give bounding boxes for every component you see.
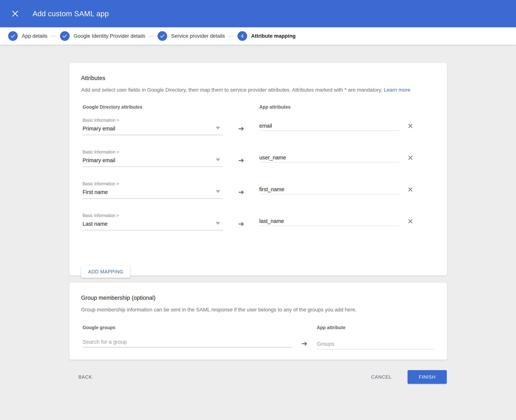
step-2-label: Google Identity Provider details xyxy=(74,33,145,39)
dropdown-arrow-icon xyxy=(216,158,220,161)
mapping-rows: Basic Information > Primary email ➔ xyxy=(81,118,436,231)
mapping-row: Basic Information > First name ➔ xyxy=(82,181,436,199)
mapping-row: Basic Information > Last name ➔ xyxy=(82,213,436,231)
dialog-header: Add custom SAML app xyxy=(0,0,516,27)
step-attribute-mapping[interactable]: 4 Attribute mapping xyxy=(238,31,296,41)
step-4-label: Attribute mapping xyxy=(251,33,296,39)
cancel-button[interactable]: CANCEL xyxy=(371,374,392,380)
arrow-right-icon: ➔ xyxy=(238,157,244,164)
attribute-category-label: Basic Information > xyxy=(82,118,223,123)
mapping-row: Basic Information > Primary email ➔ xyxy=(82,118,436,135)
step-4-number: 4 xyxy=(241,33,244,39)
google-groups-header: Google groups xyxy=(82,325,292,330)
arrow-right-icon: ➔ xyxy=(238,125,244,132)
group-search-input[interactable] xyxy=(82,337,292,348)
group-card-title: Group membership (optional) xyxy=(81,294,436,301)
add-mapping-button[interactable]: ADD MAPPING xyxy=(81,266,130,278)
mapping-column-headers: Google Directory attributes App attribut… xyxy=(82,104,436,110)
add-custom-saml-app-dialog: Add custom SAML app App details Google I… xyxy=(0,0,516,420)
step-connector xyxy=(51,36,57,36)
directory-attribute-select[interactable]: Basic Information > Primary email xyxy=(82,150,223,167)
step-2-circle xyxy=(60,31,70,41)
step-1-circle xyxy=(8,31,18,41)
app-attribute-input[interactable] xyxy=(259,121,399,131)
remove-x-icon xyxy=(407,186,413,193)
step-google-idp-details[interactable]: Google Identity Provider details xyxy=(60,31,145,41)
remove-mapping-button[interactable] xyxy=(407,155,413,161)
groups-app-attribute-input[interactable] xyxy=(317,339,434,349)
remove-mapping-button[interactable] xyxy=(407,218,413,225)
attributes-description-text: Add and select user fields in Google Dir… xyxy=(81,87,382,93)
app-attributes-header: App attributes xyxy=(259,104,399,110)
step-1-label: App details xyxy=(22,33,47,39)
dialog-footer: BACK CANCEL FINISH xyxy=(0,370,516,384)
remove-mapping-button[interactable] xyxy=(407,123,413,129)
app-attribute-input[interactable] xyxy=(259,185,399,194)
stepper: App details Google Identity Provider det… xyxy=(0,27,516,45)
remove-x-icon xyxy=(407,155,413,161)
check-icon xyxy=(10,33,16,39)
app-attribute-header: App attribute xyxy=(317,325,434,330)
attribute-category-label: Basic Information > xyxy=(82,213,223,218)
close-icon[interactable] xyxy=(9,8,21,20)
dropdown-arrow-icon xyxy=(216,222,220,225)
directory-attribute-value: First name xyxy=(82,188,223,196)
remove-x-icon xyxy=(407,218,413,225)
dropdown-arrow-icon xyxy=(216,127,220,129)
directory-attribute-select[interactable]: Basic Information > Primary email xyxy=(82,118,223,135)
remove-x-icon xyxy=(407,123,413,129)
directory-attribute-value: Primary email xyxy=(82,157,223,164)
attribute-category-label: Basic Information > xyxy=(82,181,223,186)
directory-attribute-value: Primary email xyxy=(82,125,223,132)
step-service-provider-details[interactable]: Service provider details xyxy=(157,31,225,41)
dialog-body: Attributes Add and select user fields in… xyxy=(0,45,516,384)
mapping-row: Basic Information > Primary email ➔ xyxy=(82,150,436,167)
group-membership-card: Group membership (optional) Group member… xyxy=(69,282,447,360)
arrow-right-icon: ➔ xyxy=(302,340,307,347)
group-card-description: Group membership information can be sent… xyxy=(81,307,436,313)
back-button[interactable]: BACK xyxy=(78,374,92,380)
dropdown-arrow-icon xyxy=(216,190,220,193)
google-directory-attributes-header: Google Directory attributes xyxy=(82,104,223,110)
directory-attribute-select[interactable]: Basic Information > First name xyxy=(82,181,223,199)
group-mapping-row: ➔ xyxy=(82,337,436,349)
step-app-details[interactable]: App details xyxy=(8,31,47,41)
attributes-card-description: Add and select user fields in Google Dir… xyxy=(81,87,436,93)
step-connector xyxy=(148,36,154,36)
step-3-circle xyxy=(157,31,167,41)
attributes-card-title: Attributes xyxy=(81,75,436,82)
app-attribute-input[interactable] xyxy=(259,153,399,163)
attribute-category-label: Basic Information > xyxy=(82,150,223,154)
directory-attribute-value: Last name xyxy=(82,220,223,228)
step-3-label: Service provider details xyxy=(171,33,225,39)
check-icon xyxy=(160,33,165,39)
app-attribute-input[interactable] xyxy=(259,217,399,226)
learn-more-link[interactable]: Learn more xyxy=(384,87,410,93)
group-column-headers: Google groups App attribute xyxy=(82,325,436,330)
arrow-right-icon: ➔ xyxy=(238,188,244,196)
step-connector xyxy=(228,36,234,36)
dialog-title: Add custom SAML app xyxy=(32,10,109,18)
arrow-right-icon: ➔ xyxy=(238,220,244,228)
close-x-glyph xyxy=(11,10,19,18)
finish-button[interactable]: FINISH xyxy=(408,370,447,384)
step-4-circle: 4 xyxy=(238,31,247,41)
directory-attribute-select[interactable]: Basic Information > Last name xyxy=(82,213,223,231)
remove-mapping-button[interactable] xyxy=(407,186,413,193)
attributes-card: Attributes Add and select user fields in… xyxy=(69,63,447,276)
check-icon xyxy=(62,33,67,39)
